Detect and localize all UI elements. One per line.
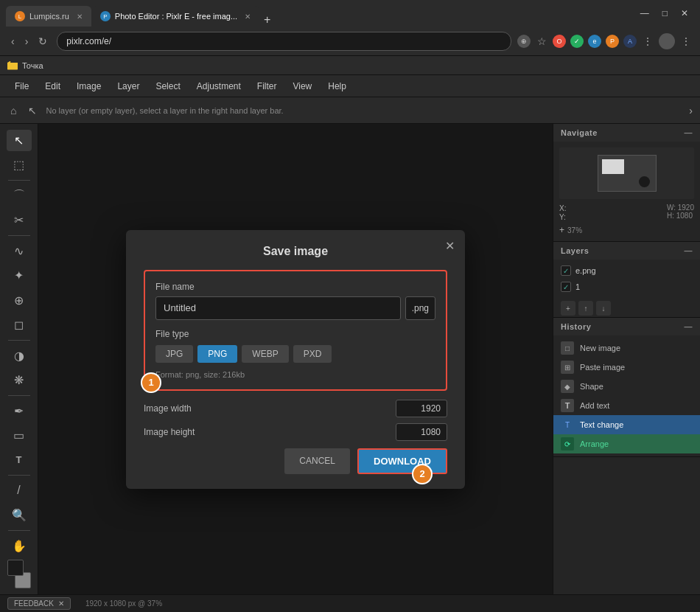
- cancel-button[interactable]: CANCEL: [284, 448, 350, 474]
- file-name-input[interactable]: [155, 296, 401, 320]
- history-label-3: Add text: [580, 401, 609, 410]
- ext-icon-2[interactable]: e: [588, 35, 601, 48]
- ext-icon-3[interactable]: P: [606, 35, 619, 48]
- layer-checkbox-0[interactable]: [561, 265, 571, 276]
- foreground-color-swatch[interactable]: [7, 560, 24, 576]
- image-width-input[interactable]: [396, 400, 447, 417]
- more-icon[interactable]: ⋮: [679, 35, 693, 48]
- zoom-plus-icon[interactable]: +: [559, 225, 564, 235]
- hand-tool[interactable]: ✋: [7, 535, 32, 557]
- history-item-4[interactable]: T Text change: [553, 415, 700, 434]
- forward-button[interactable]: ›: [21, 34, 32, 49]
- file-type-pxd[interactable]: PXD: [293, 345, 332, 363]
- navigate-collapse[interactable]: —: [685, 128, 693, 137]
- star-icon[interactable]: ☆: [535, 35, 548, 48]
- ext-icon-1[interactable]: ✓: [570, 35, 584, 48]
- lasso-tool[interactable]: ⌒: [7, 185, 32, 206]
- clone-tool[interactable]: ⊕: [7, 289, 32, 310]
- history-item-0[interactable]: □ New image: [553, 338, 700, 358]
- h-value: 1080: [676, 212, 693, 220]
- menu-select[interactable]: Select: [148, 78, 187, 94]
- menu-file[interactable]: File: [7, 78, 36, 94]
- tab-close-pixlr[interactable]: ✕: [245, 13, 251, 21]
- dodge-tool[interactable]: ◑: [7, 345, 32, 366]
- menu-help[interactable]: Help: [321, 78, 354, 94]
- layer-checkbox-1[interactable]: [561, 282, 571, 292]
- history-item-5[interactable]: ⟳ Arrange: [553, 434, 700, 453]
- opera-icon[interactable]: O: [553, 35, 566, 48]
- menu-image[interactable]: Image: [69, 78, 108, 94]
- file-type-png[interactable]: PNG: [197, 345, 237, 363]
- add-layer-button[interactable]: +: [561, 301, 575, 316]
- modal-overlay: Save image ✕ File name .png File type JP…: [38, 124, 553, 594]
- bookmark-label[interactable]: Точка: [22, 61, 43, 70]
- tab-pixlr[interactable]: P Photo Editor : Pixlr E - free imag... …: [91, 6, 259, 27]
- feedback-button[interactable]: FEEDBACK ✕: [7, 597, 71, 610]
- minimize-button[interactable]: —: [634, 7, 655, 20]
- tab-close-lumpics[interactable]: ✕: [77, 13, 83, 21]
- x-label: X:: [559, 204, 566, 212]
- history-collapse[interactable]: —: [685, 322, 693, 331]
- avatar[interactable]: [659, 33, 675, 49]
- modal-close-button[interactable]: ✕: [445, 239, 455, 253]
- marquee-tool[interactable]: ⬚: [7, 154, 32, 175]
- eraser-tool[interactable]: ◻: [7, 314, 32, 335]
- history-icon-3: T: [561, 399, 574, 412]
- zoom-row: + 37%: [559, 225, 694, 235]
- file-type-webp[interactable]: WEBP: [242, 345, 288, 363]
- history-item-1[interactable]: ⊞ Paste image: [553, 358, 700, 377]
- navigate-content: X: Y: W: 1920 H: 1080 + 37%: [553, 142, 700, 241]
- layer-item-0[interactable]: e.png: [553, 262, 700, 279]
- history-panel-header: History —: [553, 318, 700, 335]
- pointer-icon[interactable]: ↖: [25, 103, 40, 118]
- layers-collapse[interactable]: —: [685, 246, 693, 255]
- layer-actions: + ↑ ↓: [553, 299, 700, 317]
- crop-tool[interactable]: ✂: [7, 209, 32, 231]
- layer-chevron-down[interactable]: ↓: [596, 301, 611, 316]
- select-tool[interactable]: ↖: [7, 130, 32, 151]
- menu-icon[interactable]: ⋮: [641, 35, 654, 48]
- home-icon[interactable]: ⌂: [7, 103, 19, 118]
- navigate-panel-header: Navigate —: [553, 124, 700, 142]
- menu-adjustment[interactable]: Adjustment: [189, 78, 248, 94]
- ext-icon-4[interactable]: A: [623, 35, 637, 48]
- menu-filter[interactable]: Filter: [250, 78, 284, 94]
- healing-tool[interactable]: ✦: [7, 265, 32, 286]
- file-type-label: File type: [155, 329, 435, 339]
- history-item-3[interactable]: T Add text: [553, 396, 700, 415]
- eyedropper-tool[interactable]: /: [7, 480, 32, 501]
- history-item-2[interactable]: ◆ Shape: [553, 377, 700, 396]
- shape-tool[interactable]: ▭: [7, 425, 32, 446]
- layers-panel-header: Layers —: [553, 242, 700, 260]
- history-icon-5: ⟳: [561, 437, 574, 451]
- menu-layer[interactable]: Layer: [110, 78, 147, 94]
- main-area: ↖ ⬚ ⌒ ✂ ∿ ✦ ⊕ ◻ ◑ ❋ ✒ ▭ T / 🔍 ✋: [0, 124, 700, 594]
- close-button[interactable]: ✕: [675, 7, 694, 20]
- navigate-title: Navigate: [561, 128, 598, 137]
- brush-tool[interactable]: ∿: [7, 240, 32, 262]
- maximize-button[interactable]: □: [657, 7, 673, 20]
- image-height-input[interactable]: [396, 423, 447, 441]
- tab-label-lumpics: Lumpics.ru: [29, 12, 69, 21]
- zoom-tool[interactable]: 🔍: [7, 504, 32, 526]
- blur-tool[interactable]: ❋: [7, 369, 32, 391]
- menu-edit[interactable]: Edit: [38, 78, 68, 94]
- text-tool[interactable]: T: [7, 449, 32, 470]
- new-tab-button[interactable]: +: [259, 13, 275, 27]
- menu-view[interactable]: View: [285, 78, 319, 94]
- layers-section: Layers — e.png 1 + ↑ ↓: [553, 242, 700, 318]
- zoom-value: 37%: [567, 226, 582, 234]
- layer-item-1[interactable]: 1: [553, 279, 700, 295]
- download-button[interactable]: DOWNLOAD: [357, 448, 447, 474]
- refresh-button[interactable]: ↻: [35, 34, 51, 49]
- address-input[interactable]: [57, 32, 511, 51]
- layer-chevron-up[interactable]: ↑: [578, 301, 593, 316]
- pen-tool[interactable]: ✒: [7, 400, 32, 422]
- tab-lumpics[interactable]: L Lumpics.ru ✕: [6, 6, 91, 27]
- feedback-close-icon[interactable]: ✕: [58, 599, 64, 608]
- file-type-jpg[interactable]: JPG: [155, 345, 193, 363]
- navigate-section: Navigate — X:: [553, 124, 700, 242]
- back-button[interactable]: ‹: [7, 34, 18, 49]
- translate-icon[interactable]: ⊕: [517, 35, 531, 48]
- panel-toggle-icon[interactable]: ›: [689, 105, 693, 117]
